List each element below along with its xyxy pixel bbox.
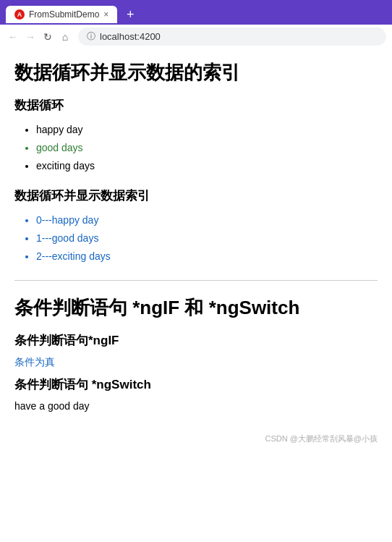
url-text: localhost:4200: [100, 31, 161, 42]
address-bar: ← → ↻ ⌂ ⓘ localhost:4200: [0, 25, 392, 48]
section2-sub2-heading: 条件判断语句 *ngSwitch: [14, 376, 378, 393]
nav-buttons: ← → ↻ ⌂: [6, 30, 72, 44]
forward-button[interactable]: →: [23, 30, 38, 44]
list-item: 2---exciting days: [36, 247, 378, 266]
list-item: exciting days: [36, 157, 378, 175]
refresh-button[interactable]: ↻: [41, 30, 55, 44]
list-item: 0---happy day: [36, 211, 378, 229]
section2-main-heading: 条件判断语句 *ngIF 和 *ngSwitch: [14, 295, 378, 321]
page-content: 数据循环并显示数据的索引 数据循环 happy day good days ex…: [0, 48, 392, 456]
section-divider: [14, 280, 378, 281]
condition-label: 条件为真: [14, 356, 378, 369]
data-index-list: 0---happy day 1---good days 2---exciting…: [14, 211, 378, 266]
list-item: good days: [36, 139, 378, 157]
tab-title: FromSubmitDemo: [29, 9, 99, 20]
watermark: CSDN @大鹏经常刮风暴@小孩: [14, 433, 378, 444]
angular-icon: A: [14, 9, 25, 20]
browser-chrome: A FromSubmitDemo × + ← → ↻ ⌂ ⓘ localhost…: [0, 0, 392, 48]
switch-result-text: have a good day: [14, 400, 378, 412]
url-bar[interactable]: ⓘ localhost:4200: [78, 27, 386, 46]
tab-close-button[interactable]: ×: [103, 9, 108, 20]
url-icon: ⓘ: [87, 30, 95, 43]
list-item: 1---good days: [36, 229, 378, 247]
browser-tab[interactable]: A FromSubmitDemo ×: [6, 6, 117, 23]
section1-sub1-heading: 数据循环: [14, 97, 378, 114]
back-button[interactable]: ←: [6, 30, 20, 44]
home-button[interactable]: ⌂: [58, 30, 72, 44]
section1-sub2-heading: 数据循环并显示数据索引: [14, 187, 378, 204]
list-item: happy day: [36, 121, 378, 139]
data-loop-list: happy day good days exciting days: [14, 121, 378, 176]
section2-sub1-heading: 条件判断语句*ngIF: [14, 332, 378, 349]
section1-main-heading: 数据循环并显示数据的索引: [14, 60, 378, 85]
tab-bar: A FromSubmitDemo × +: [0, 0, 392, 25]
new-tab-button[interactable]: +: [120, 4, 140, 25]
